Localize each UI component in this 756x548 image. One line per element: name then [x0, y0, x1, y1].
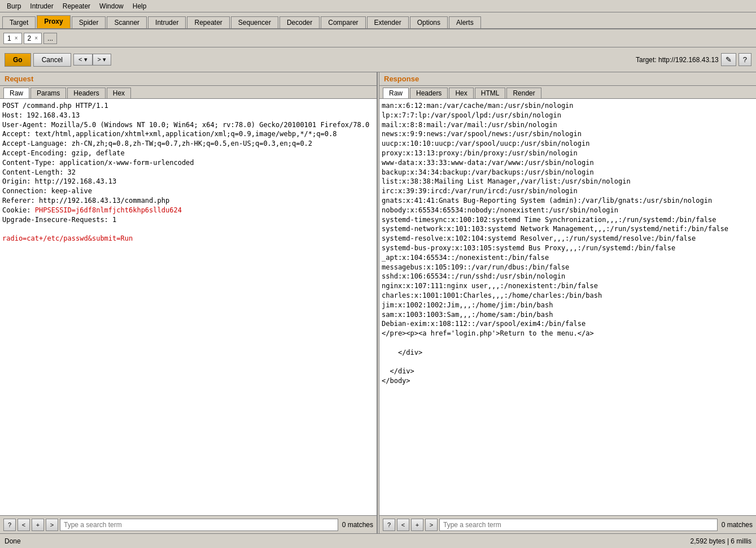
menu-help[interactable]: Help — [128, 1, 151, 11]
close-tab-1[interactable]: × — [15, 35, 18, 41]
tab-scanner[interactable]: Scanner — [107, 16, 147, 28]
request-panel: Request Raw Params Headers Hex POST /com… — [0, 72, 377, 533]
response-tab-render[interactable]: Render — [506, 88, 541, 98]
response-tab-raw[interactable]: Raw — [383, 88, 409, 98]
tab-extender[interactable]: Extender — [367, 16, 409, 28]
request-search-next-plus[interactable]: + — [32, 519, 44, 531]
response-matches: 0 matches — [722, 521, 753, 529]
request-search-next[interactable]: > — [46, 519, 58, 531]
forward-button[interactable]: > ▾ — [93, 54, 111, 66]
main-content: Request Raw Params Headers Hex POST /com… — [0, 72, 756, 533]
status-bar: Done 2,592 bytes | 6 millis — [0, 533, 756, 548]
help-button[interactable]: ? — [738, 53, 751, 66]
tab-proxy[interactable]: Proxy — [37, 15, 70, 28]
response-text: man:x:6:12:man:/var/cache/man:/usr/sbin/… — [382, 101, 754, 386]
menu-window[interactable]: Window — [95, 1, 128, 11]
menu-burp[interactable]: Burp — [2, 1, 25, 11]
response-tab-headers[interactable]: Headers — [410, 88, 448, 98]
request-tab-hex[interactable]: Hex — [107, 88, 131, 98]
tab-repeater[interactable]: Repeater — [187, 16, 229, 28]
response-tab-hex[interactable]: Hex — [449, 88, 473, 98]
request-tabs: Raw Params Headers Hex — [0, 86, 377, 99]
response-panel: Response Raw Headers Hex HTML Render man… — [379, 72, 756, 533]
response-tab-html[interactable]: HTML — [475, 88, 506, 98]
close-tab-2[interactable]: × — [34, 35, 38, 41]
response-search-next[interactable]: > — [425, 519, 438, 531]
request-tab-params[interactable]: Params — [30, 88, 66, 98]
target-info: Target: http://192.168.43.13 ✎ ? — [636, 53, 751, 66]
tab-alerts[interactable]: Alerts — [449, 16, 481, 28]
response-tabs: Raw Headers Hex HTML Render — [379, 86, 756, 99]
request-tab-raw[interactable]: Raw — [3, 88, 29, 98]
response-search-next-plus[interactable]: + — [411, 519, 423, 531]
response-header: Response — [379, 72, 756, 86]
request-matches: 0 matches — [342, 521, 373, 529]
request-search-input[interactable] — [60, 519, 338, 531]
request-content: POST /command.php HTTP/1.1 Host: 192.168… — [0, 99, 377, 515]
num-tab-bar: 1 × 2 × ... — [0, 29, 756, 47]
target-label: Target: http://192.168.43.13 — [636, 56, 719, 64]
edit-target-button[interactable]: ✎ — [721, 53, 736, 66]
request-search-help[interactable]: ? — [3, 519, 16, 531]
tab-decoder[interactable]: Decoder — [279, 16, 320, 28]
tab-spider[interactable]: Spider — [72, 16, 106, 28]
more-tabs-button[interactable]: ... — [43, 33, 57, 44]
response-search-input[interactable] — [439, 519, 718, 531]
cancel-button[interactable]: Cancel — [33, 53, 71, 67]
request-search-prev[interactable]: < — [18, 519, 30, 531]
request-tab-headers[interactable]: Headers — [67, 88, 105, 98]
menu-bar: Burp Intruder Repeater Window Help — [0, 0, 756, 12]
status-left: Done — [5, 537, 21, 545]
go-button[interactable]: Go — [5, 53, 31, 67]
request-header: Request — [0, 72, 377, 86]
response-search-bar: ? < + > 0 matches — [379, 515, 756, 533]
tab-target[interactable]: Target — [2, 16, 36, 28]
tab-options[interactable]: Options — [410, 16, 448, 28]
main-tab-bar: Target Proxy Spider Scanner Intruder Rep… — [0, 12, 756, 29]
tab-comparer[interactable]: Comparer — [321, 16, 365, 28]
menu-repeater[interactable]: Repeater — [58, 1, 95, 11]
menu-intruder[interactable]: Intruder — [25, 1, 58, 11]
back-button[interactable]: < ▾ — [73, 54, 92, 66]
response-content: man:x:6:12:man:/var/cache/man:/usr/sbin/… — [379, 99, 756, 515]
request-text: POST /command.php HTTP/1.1 Host: 192.168… — [2, 101, 374, 243]
status-right: 2,592 bytes | 6 millis — [691, 537, 752, 545]
tab-sequencer[interactable]: Sequencer — [231, 16, 278, 28]
response-search-prev[interactable]: < — [397, 519, 409, 531]
tab-intruder[interactable]: Intruder — [148, 16, 186, 28]
num-tab-2[interactable]: 2 × — [24, 33, 42, 44]
num-tab-1[interactable]: 1 × — [3, 33, 22, 44]
request-search-bar: ? < + > 0 matches — [0, 515, 377, 533]
response-search-help[interactable]: ? — [383, 519, 395, 531]
toolbar: Go Cancel < ▾ > ▾ Target: http://192.168… — [0, 47, 756, 72]
